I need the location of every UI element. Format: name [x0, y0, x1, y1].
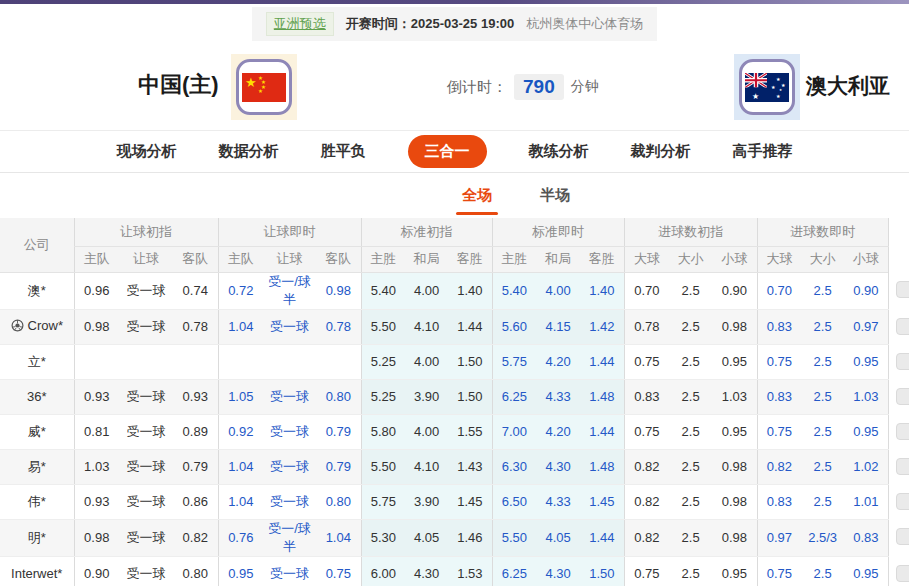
odds-cell: 0.96: [74, 272, 119, 309]
odds-cell: 2.5: [669, 272, 712, 309]
company-name: 36*: [27, 389, 47, 404]
odds-cell: 6.50: [492, 484, 536, 519]
odds-cell: 0.78: [624, 309, 669, 344]
cutoff-button[interactable]: [896, 281, 909, 298]
period-subtabs: 全场 半场: [0, 173, 909, 218]
odds-cell: 0.98: [316, 272, 361, 309]
odds-cell: 0.82: [624, 484, 669, 519]
company-cell[interactable]: 36*: [0, 379, 74, 414]
odds-cell: 3.90: [405, 379, 448, 414]
nav-tab-three-in-one[interactable]: 三合一: [408, 135, 487, 168]
odds-cell: 5.25: [361, 344, 405, 379]
countdown-value: 790: [514, 74, 564, 100]
kickoff-time: 开赛时间：2025-03-25 19:00: [346, 15, 514, 33]
league-badge[interactable]: 亚洲预选: [266, 12, 334, 36]
odds-cell: 0.83: [757, 484, 801, 519]
odds-cell: 0.95: [844, 556, 888, 586]
svg-text:★: ★: [245, 75, 257, 90]
odds-row: Interwet*0.90受一球0.800.95受一球0.756.004.301…: [0, 556, 909, 586]
nav-tab-referee-analysis[interactable]: 裁判分析: [631, 142, 691, 161]
odds-cell: 1.48: [580, 449, 624, 484]
nav-tab-live-analysis[interactable]: 现场分析: [117, 142, 177, 161]
company-cell[interactable]: 明*: [0, 519, 74, 556]
odds-row: 明*0.98受一球0.820.76受一/球半1.045.304.051.465.…: [0, 519, 909, 556]
cutoff-button[interactable]: [896, 458, 909, 475]
column-subheader: 客队: [316, 246, 361, 272]
company-cell[interactable]: 威*: [0, 414, 74, 449]
odds-cell: 6.25: [492, 556, 536, 586]
cutoff-cell: [888, 484, 909, 519]
odds-cell: 0.90: [74, 556, 119, 586]
odds-cell: 0.72: [218, 272, 263, 309]
odds-cell: 0.92: [218, 414, 263, 449]
match-info-strip: 亚洲预选 开赛时间：2025-03-25 19:00 杭州奥体中心体育场: [0, 4, 909, 40]
football-icon: [11, 319, 24, 335]
svg-text:★: ★: [752, 92, 759, 101]
company-cell[interactable]: 伟*: [0, 484, 74, 519]
column-subheader: 让球: [263, 246, 316, 272]
nav-tab-win-draw-lose[interactable]: 胜平负: [321, 142, 366, 161]
odds-cell: 4.10: [405, 449, 448, 484]
odds-cell: 0.86: [173, 484, 218, 519]
cutoff-cell: [888, 379, 909, 414]
odds-cell: 6.25: [492, 379, 536, 414]
odds-cell: 受一球: [263, 556, 316, 586]
odds-cell: 受一球: [263, 449, 316, 484]
nav-tab-data-analysis[interactable]: 数据分析: [219, 142, 279, 161]
svg-text:★: ★: [771, 84, 776, 90]
subtab-half-match[interactable]: 半场: [540, 186, 570, 205]
odds-cell: 0.98: [74, 519, 119, 556]
odds-cell: 5.75: [361, 484, 405, 519]
cutoff-button[interactable]: [896, 388, 909, 405]
cutoff-button[interactable]: [896, 528, 909, 545]
odds-cell: 4.10: [405, 309, 448, 344]
match-header: 中国(主) ★ ★ ★ ★ ★ 倒计时： 790 分钟: [0, 40, 909, 130]
nav-tab-coach-analysis[interactable]: 教练分析: [529, 142, 589, 161]
odds-cell: 2.5: [801, 484, 844, 519]
odds-cell: 0.76: [218, 519, 263, 556]
cutoff-cell: [888, 449, 909, 484]
subtab-full-match[interactable]: 全场: [462, 186, 492, 205]
company-name: Crow*: [28, 318, 63, 333]
nav-tab-expert-picks[interactable]: 高手推荐: [733, 142, 793, 161]
odds-cell: 4.00: [405, 414, 448, 449]
cutoff-button[interactable]: [896, 423, 909, 440]
odds-cell: 0.83: [757, 379, 801, 414]
odds-cell: 1.01: [844, 484, 888, 519]
odds-cell: 2.5: [669, 379, 712, 414]
odds-cell: 1.44: [448, 309, 492, 344]
cutoff-button[interactable]: [896, 353, 909, 370]
odds-cell: 1.04: [218, 309, 263, 344]
column-subheader: 主胜: [361, 246, 405, 272]
company-cell[interactable]: Crow*: [0, 309, 74, 344]
odds-cell: 0.95: [844, 344, 888, 379]
odds-cell: 受一球: [119, 379, 173, 414]
odds-cell: 5.50: [361, 309, 405, 344]
company-cell[interactable]: 易*: [0, 449, 74, 484]
odds-cell: 4.05: [536, 519, 580, 556]
odds-cell: 1.05: [218, 379, 263, 414]
odds-cell: 2.5: [801, 344, 844, 379]
column-group-header: 进球数即时: [757, 218, 888, 246]
odds-cell: 1.40: [580, 272, 624, 309]
company-cell[interactable]: 澳*: [0, 272, 74, 309]
company-name: Interwet*: [11, 566, 62, 581]
column-subheader: 和局: [536, 246, 580, 272]
cutoff-button[interactable]: [896, 565, 909, 582]
cutoff-button[interactable]: [896, 493, 909, 510]
odds-cell: 0.98: [74, 309, 119, 344]
odds-cell: 0.95: [218, 556, 263, 586]
odds-row: 立*5.254.001.505.754.201.440.752.50.950.7…: [0, 344, 909, 379]
odds-cell: 1.03: [712, 379, 757, 414]
odds-cell: 6.30: [492, 449, 536, 484]
column-header-company: 公司: [0, 218, 74, 272]
column-subheader: 小球: [844, 246, 888, 272]
company-cell[interactable]: 立*: [0, 344, 74, 379]
odds-cell: 0.78: [316, 309, 361, 344]
odds-cell: 2.5: [669, 519, 712, 556]
odds-cell: 0.75: [624, 556, 669, 586]
company-cell[interactable]: Interwet*: [0, 556, 74, 586]
odds-cell: 0.80: [316, 484, 361, 519]
cutoff-button[interactable]: [896, 318, 909, 335]
venue: 杭州奥体中心体育场: [526, 15, 643, 33]
